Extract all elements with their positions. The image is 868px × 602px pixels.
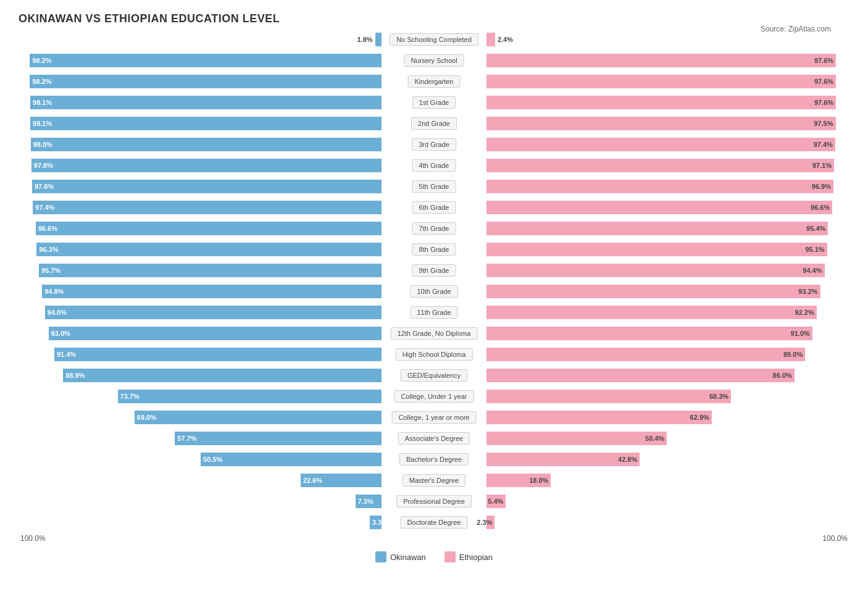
left-val-20: 50.5% (203, 456, 222, 463)
left-bar-wrap-20: 50.5% (20, 453, 434, 466)
center-label-17: College, Under 1 year (394, 390, 474, 403)
left-bar-wrap-22: 7.3% (20, 495, 434, 508)
right-bar-8: 96.6% (486, 201, 832, 214)
bar-row-12: 94.8%10th Grade93.2% (20, 282, 848, 301)
left-bar-wrap-3: 98.1% (20, 96, 434, 109)
center-label-21: Master's Degree (403, 474, 465, 487)
right-bar-5: 97.4% (486, 138, 835, 151)
right-val-8: 96.6% (811, 204, 830, 211)
left-val-9: 96.6% (38, 225, 57, 232)
left-bar-wrap-17: 73.7% (20, 390, 434, 403)
left-bar-wrap-8: 97.4% (20, 201, 434, 214)
bar-row-2: 98.2%Kindergarten97.6% (20, 72, 848, 91)
left-bar-23: 3.3% (370, 516, 382, 529)
left-val-0: 1.8% (357, 36, 372, 43)
right-bar-wrap-7: 96.9% (434, 180, 848, 193)
right-val-13: 92.2% (795, 309, 814, 316)
left-bar-wrap-4: 98.1% (20, 117, 434, 130)
right-val-16: 86.0% (773, 372, 792, 379)
legend-ethiopian: Ethiopian (444, 551, 493, 562)
left-val-5: 98.0% (33, 141, 52, 148)
right-val-1: 97.6% (814, 57, 833, 64)
center-label-3: 1st Grade (412, 96, 456, 109)
left-val-2: 98.2% (32, 78, 51, 85)
left-bar-19: 57.7% (175, 432, 382, 445)
legend-okinawan-box (375, 551, 386, 562)
bar-row-3: 98.1%1st Grade97.6% (20, 93, 848, 112)
center-label-18: College, 1 year or more (392, 411, 477, 424)
right-bar-wrap-4: 97.5% (434, 117, 848, 130)
bar-row-21: 22.6%Master's Degree18.0% (20, 471, 848, 490)
right-bar-wrap-14: 91.0% (434, 327, 848, 340)
bar-row-6: 97.8%4th Grade97.1% (20, 156, 848, 175)
center-label-1: Nursery School (404, 54, 464, 67)
right-val-21: 18.0% (529, 477, 548, 484)
bar-row-14: 93.0%12th Grade, No Diploma91.0% (20, 324, 848, 343)
right-val-2: 97.6% (814, 78, 833, 85)
legend-okinawan: Okinawan (375, 551, 426, 562)
bar-row-13: 94.0%11th Grade92.2% (20, 303, 848, 322)
left-bar-0 (375, 33, 382, 46)
left-val-10: 96.3% (39, 246, 58, 253)
right-bar-9: 95.4% (486, 222, 828, 235)
left-val-13: 94.0% (48, 309, 67, 316)
bar-row-23: 3.3%Doctorate Degree2.3% (20, 513, 848, 532)
right-bar-wrap-5: 97.4% (434, 138, 848, 151)
chart-title: OKINAWAN VS ETHIOPIAN EDUCATION LEVEL (19, 12, 849, 25)
left-bar-13: 94.0% (45, 306, 382, 319)
left-bar-wrap-2: 98.2% (20, 75, 434, 88)
center-label-8: 6th Grade (412, 201, 456, 214)
right-bar-13: 92.2% (486, 306, 817, 319)
bar-row-1: 98.2%Nursery School97.6% (20, 51, 848, 70)
center-label-20: Bachelor's Degree (399, 453, 469, 466)
right-bar-17: 68.3% (486, 390, 731, 403)
left-val-11: 95.7% (41, 267, 61, 274)
left-val-4: 98.1% (33, 120, 52, 127)
right-bar-wrap-15: 89.0% (434, 348, 848, 361)
right-bar-15: 89.0% (486, 348, 805, 361)
left-val-21: 22.6% (303, 477, 322, 484)
center-label-10: 8th Grade (412, 243, 456, 256)
bar-row-17: 73.7%College, Under 1 year68.3% (20, 387, 848, 406)
left-bar-wrap-7: 97.6% (20, 180, 434, 193)
left-val-23: 3.3% (372, 519, 388, 526)
center-label-13: 11th Grade (410, 306, 457, 319)
left-bar-22: 7.3% (356, 495, 382, 508)
bar-row-5: 98.0%3rd Grade97.4% (20, 135, 848, 154)
left-bar-15: 91.4% (54, 348, 382, 361)
right-bar-14: 91.0% (486, 327, 812, 340)
left-bar-7: 97.6% (32, 180, 382, 193)
right-bar-wrap-19: 50.4% (434, 432, 848, 445)
left-bar-wrap-0: 1.8% (20, 33, 434, 46)
left-val-1: 98.2% (32, 57, 51, 64)
right-val-4: 97.5% (814, 120, 833, 127)
center-label-19: Associate's Degree (398, 432, 470, 445)
right-bar-wrap-1: 97.6% (434, 54, 848, 67)
left-bar-16: 88.9% (63, 369, 382, 382)
right-val-18: 62.9% (690, 414, 709, 421)
right-bar-12: 93.2% (486, 285, 820, 298)
left-val-12: 94.8% (44, 288, 64, 295)
left-val-14: 93.0% (51, 330, 70, 337)
legend: Okinawan Ethiopian (19, 551, 849, 562)
left-bar-wrap-18: 69.0% (20, 411, 434, 424)
left-bar-8: 97.4% (33, 201, 382, 214)
left-bar-17: 73.7% (118, 390, 382, 403)
legend-ethiopian-box (444, 551, 456, 562)
right-bar-11: 94.4% (486, 264, 825, 277)
left-bar-14: 93.0% (49, 327, 382, 340)
right-val-3: 97.6% (814, 99, 833, 106)
right-bar-3: 97.6% (486, 96, 836, 109)
right-bar-wrap-18: 62.9% (434, 411, 848, 424)
left-val-7: 97.6% (35, 183, 54, 190)
right-bar-wrap-8: 96.6% (434, 201, 848, 214)
left-bar-3: 98.1% (30, 96, 382, 109)
center-label-22: Professional Degree (396, 495, 472, 508)
left-bar-2: 98.2% (30, 75, 382, 88)
right-bar-wrap-13: 92.2% (434, 306, 848, 319)
left-bar-12: 94.8% (42, 285, 382, 298)
bar-row-10: 96.3%8th Grade95.1% (20, 240, 848, 259)
right-bar-1: 97.6% (486, 54, 836, 67)
right-bar-10: 95.1% (486, 243, 827, 256)
right-bar-2: 97.6% (486, 75, 836, 88)
